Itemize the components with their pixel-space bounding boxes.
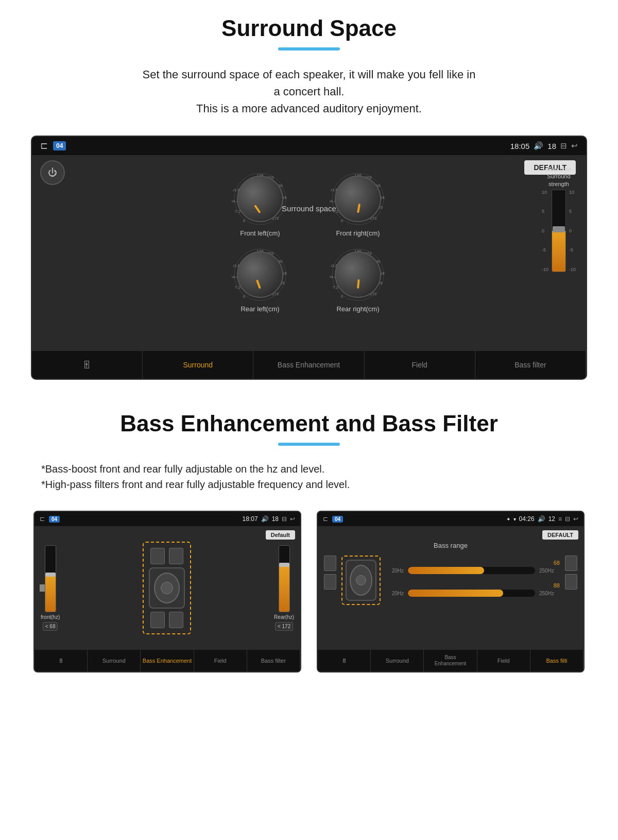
bass-filter-layout: 68 20Hz 250Hz [324, 556, 577, 605]
devices-row: ⊏ 04 18:07 🔊 18 ⊟ ↩ Default [31, 511, 587, 673]
knob-pointer-fl [254, 205, 261, 213]
filter-cone [350, 565, 372, 596]
knob-inner-rl [237, 251, 283, 298]
small-nav-eq-left[interactable]: 🎚 [35, 650, 88, 671]
speaker-br [169, 612, 183, 628]
small-nav-field-left[interactable]: Field [194, 650, 247, 671]
nav-item-field[interactable]: Field [365, 351, 475, 379]
bass-enhancement-ui: front(hz) < 68 [41, 542, 294, 634]
h-slider-right-label-1: 250Hz [539, 568, 560, 574]
page: Surround Space Set the surround space of… [0, 0, 618, 688]
filter-woofer [346, 560, 376, 601]
small-nav-surround-left[interactable]: Surround [88, 650, 141, 671]
small-back-left[interactable]: ↩ [290, 515, 295, 523]
filter-center-speaker [341, 556, 381, 605]
volume-icon: 🔊 [534, 141, 543, 150]
device-main-content: ⏻ DEFAULT Rear horn Surround strength 10… [32, 155, 586, 351]
small-app-icon-left: 04 [49, 516, 60, 523]
bass-range-label: Bass range [434, 542, 468, 549]
small-back-right[interactable]: ↩ [573, 515, 578, 523]
woofer-center [161, 582, 173, 594]
small-home-icon-right[interactable]: ⊏ [323, 515, 328, 523]
h-slider-track-2[interactable] [408, 590, 535, 597]
filter-sp-tl [324, 556, 336, 571]
small-nav-bass-enh-left[interactable]: Bass Enhancement [141, 650, 194, 671]
h-slider-row-1: 20Hz 250Hz [386, 567, 560, 574]
knob-label-rl: Rear left(cm) [241, 305, 279, 313]
small-signal-left: 18 [272, 515, 279, 523]
small-nav-filter-left[interactable]: Bass filter [247, 650, 300, 671]
filter-val-2: 88 [386, 582, 560, 589]
knobs-area: 136 163 190 81.6 218 -54.4 245 -27.2 272… [42, 171, 576, 317]
small-nav-eq-right[interactable]: 🎚 [318, 650, 371, 671]
knobs-row-1: 136 163 190 81.6 218 -54.4 245 -27.2 272… [42, 171, 576, 237]
small-nav-surround-right[interactable]: Surround [371, 650, 424, 671]
nav-item-surround[interactable]: Surround [143, 351, 253, 379]
knob-pointer-fr [357, 204, 360, 213]
v-slider-label-front: front(hz) [41, 614, 60, 620]
section1-title: Surround Space [31, 15, 587, 41]
filter-val-1: 68 [386, 560, 560, 566]
small-nav-field-right[interactable]: Field [477, 650, 530, 671]
small-menu-right[interactable]: ≡ [558, 515, 562, 523]
speaker-bl [150, 612, 165, 628]
h-slider-row-2: 20Hz 250Hz [386, 590, 560, 597]
home-icon[interactable]: ⊏ [40, 140, 48, 152]
v-slider-track-rear[interactable] [279, 545, 290, 612]
speaker-tr [169, 548, 183, 564]
small-bt-right: ✦ [506, 516, 510, 522]
knob-rear-left: 136 163 190 81.6 218 -54.4 245 -27.2 272… [232, 246, 288, 313]
v-slider-value-rear: < 172 [275, 622, 293, 631]
nav-item-bass-filter[interactable]: Bass filter [475, 351, 586, 379]
bass-sliders-right: Rear(hz) < 172 [274, 545, 294, 631]
svg-text:0: 0 [341, 219, 344, 223]
knob-inner-fr [335, 176, 381, 222]
small-home-icon-left[interactable]: ⊏ [40, 515, 45, 523]
knob-inner-rr [335, 251, 381, 298]
h-slider-right-label-2: 250Hz [539, 591, 560, 596]
knob-inner-fl [237, 176, 283, 222]
nav-item-bass-enhancement[interactable]: Bass Enhancement [253, 351, 364, 379]
status-bar-left: ⊏ 04 [40, 140, 66, 152]
small-app-icon-right: 04 [332, 516, 343, 523]
section2-desc: *Bass-boost front and rear fully adjusta… [31, 461, 587, 492]
v-slider-fill-rear [279, 565, 289, 612]
back-icon[interactable]: ↩ [571, 141, 578, 150]
knob-pointer-rr [357, 279, 360, 289]
v-slider-label-rear: Rear(hz) [274, 614, 294, 620]
device-bass-filter: ⊏ 04 ✦ ▾ 04:26 🔊 12 ≡ ⊟ ↩ DEFA [317, 511, 585, 673]
small-nav-filter-right[interactable]: Bass filti [530, 650, 583, 671]
woofer-cone [154, 573, 180, 603]
window-icon[interactable]: ⊟ [560, 141, 567, 150]
filter-slider-row-1: 68 20Hz 250Hz [386, 560, 560, 574]
status-bar-1: ⊏ 04 18:05 🔊 18 ⊟ ↩ [32, 137, 586, 155]
h-slider-fill-2 [408, 590, 503, 597]
default-btn-left[interactable]: Default [266, 530, 295, 540]
small-vol-left: 🔊 [261, 515, 269, 523]
knob-pointer-rl [256, 279, 261, 289]
surround-label: Surround [183, 361, 213, 369]
small-nav-bass-enh-right[interactable]: BassEnhancement [424, 650, 477, 671]
default-btn-right[interactable]: DEFAULT [542, 530, 578, 540]
small-window-right[interactable]: ⊟ [565, 515, 570, 523]
svg-text:0: 0 [243, 219, 246, 223]
small-window-left[interactable]: ⊟ [282, 515, 287, 523]
equalizer-icon: 🎚 [82, 359, 92, 371]
section1-underline [278, 47, 340, 51]
field-label: Field [412, 361, 427, 369]
small-signal-right: 12 [548, 515, 555, 523]
speaker-area [66, 542, 268, 634]
filter-center [356, 575, 366, 585]
filter-speakers-left [324, 556, 336, 590]
small-wifi-right: ▾ [513, 516, 516, 522]
app-icon: 04 [53, 141, 66, 150]
filter-sliders: 68 20Hz 250Hz [386, 556, 560, 597]
bottom-nav-1: 🎚 Surround Bass Enhancement Field Bass f… [32, 351, 586, 379]
v-slider-thumb-rear [279, 563, 289, 567]
v-slider-track-front[interactable] [45, 545, 56, 612]
knob-label-fl: Front left(cm) [240, 229, 280, 237]
filter-sp-bl [324, 574, 336, 590]
h-slider-track-1[interactable] [408, 567, 535, 574]
nav-item-equalizer[interactable]: 🎚 [32, 351, 143, 379]
h-slider-fill-1 [408, 567, 484, 574]
